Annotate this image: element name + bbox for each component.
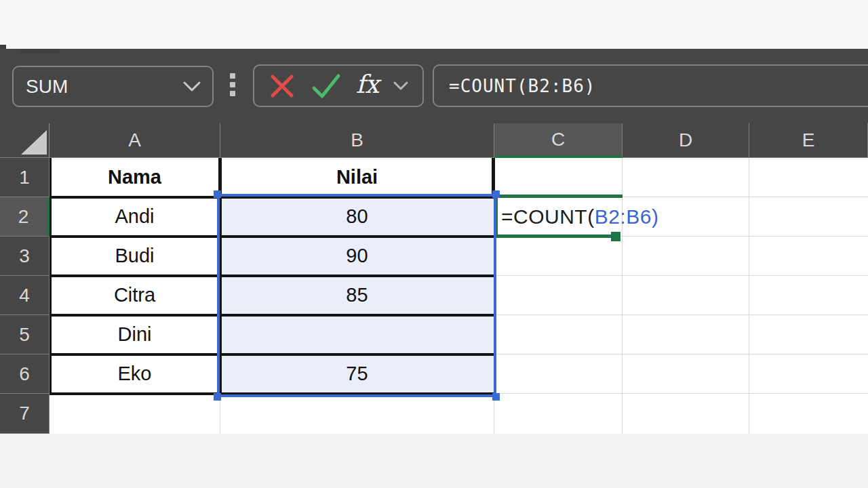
cell-E3[interactable] (749, 237, 868, 276)
cell-E1[interactable] (749, 158, 868, 197)
cell-A4[interactable]: Citra (50, 276, 220, 315)
column-header-B[interactable]: B (220, 123, 494, 158)
row-header-3[interactable]: 3 (0, 237, 50, 276)
row-header-7[interactable]: 7 (0, 394, 50, 434)
cell-D6[interactable] (623, 354, 749, 394)
cell-E6[interactable] (749, 354, 868, 394)
formula-segment: B2:B6 (595, 205, 652, 228)
column-header-A[interactable]: A (50, 123, 220, 158)
cell-B7[interactable] (220, 394, 494, 434)
selection-handle[interactable] (492, 393, 500, 401)
cell-D5[interactable] (623, 315, 749, 354)
cell-D7[interactable] (623, 394, 749, 434)
cell-B1[interactable]: Nilai (220, 158, 494, 197)
cell-A3[interactable]: Budi (50, 237, 220, 276)
row-header-1[interactable]: 1 (0, 158, 50, 197)
selection-handle[interactable] (492, 190, 500, 198)
cell-A5[interactable]: Dini (50, 315, 220, 354)
selection-handle[interactable] (214, 393, 221, 401)
cell-C7[interactable] (494, 394, 623, 434)
cell-E4[interactable] (749, 276, 868, 315)
cell-C5[interactable] (494, 315, 623, 354)
cell-C6[interactable] (494, 354, 623, 394)
excel-window: SUM fx =COUNT(B2:B6) ABCDE1234567NamaNil… (0, 0, 868, 488)
cell-E7[interactable] (749, 394, 868, 434)
select-all-triangle-icon (21, 130, 47, 155)
cell-A1[interactable]: Nama (50, 158, 220, 197)
column-header-C[interactable]: C (494, 123, 623, 158)
cell-A7[interactable] (50, 394, 220, 434)
formula-segment: ) (652, 205, 659, 228)
cell-C4[interactable] (494, 276, 623, 315)
column-header-D[interactable]: D (623, 123, 749, 158)
row-header-5[interactable]: 5 (0, 315, 50, 354)
cell-E5[interactable] (749, 315, 868, 354)
selection-handle[interactable] (214, 190, 221, 198)
cell-E2[interactable] (749, 197, 868, 237)
column-header-E[interactable]: E (749, 123, 868, 158)
cell-C1[interactable] (494, 158, 623, 197)
cell-D1[interactable] (623, 158, 749, 197)
select-all-button[interactable] (0, 123, 50, 158)
cell-C3[interactable] (494, 237, 623, 276)
row-header-6[interactable]: 6 (0, 354, 50, 394)
row-header-4[interactable]: 4 (0, 276, 50, 315)
row-header-2[interactable]: 2 (0, 197, 50, 237)
formula-segment: =COUNT( (501, 205, 595, 228)
cell-D4[interactable] (623, 276, 749, 315)
cell-A6[interactable]: Eko (50, 354, 220, 394)
cell-D3[interactable] (623, 237, 749, 276)
selection-marquee (217, 194, 496, 397)
edit-cell-formula[interactable]: =COUNT(B2:B6) (501, 198, 658, 236)
spreadsheet-grid: ABCDE1234567NamaNilaiAndi80Budi90Citra85… (0, 0, 868, 488)
bottom-strip (0, 434, 868, 488)
cell-A2[interactable]: Andi (50, 197, 220, 237)
